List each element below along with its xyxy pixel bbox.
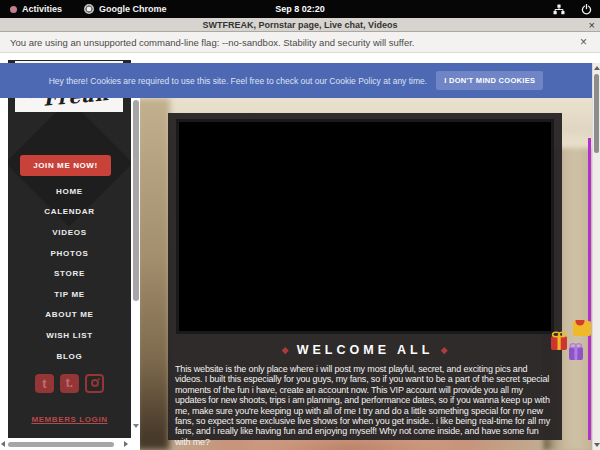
clock[interactable]: Sep 8 02:20 — [0, 0, 600, 18]
video-player[interactable] — [176, 119, 554, 334]
sidebar-horizontal-scrollbar[interactable] — [0, 438, 140, 450]
sidebar: Freak JOIN ME NOW! HOME CALENDAR VIDEOS … — [8, 60, 131, 438]
main-scrollbar-thumb[interactable] — [594, 74, 599, 153]
sidebar-scroll-down-arrow-icon[interactable] — [133, 424, 139, 428]
join-me-now-button[interactable]: JOIN ME NOW! — [20, 155, 111, 176]
sidebar-scroll-left-arrow-icon[interactable] — [1, 441, 5, 447]
system-top-bar: Activities Google Chrome Sep 8 02:20 — [0, 0, 600, 18]
infobar-close-button[interactable]: × — [580, 32, 587, 52]
sidebar-item-home[interactable]: HOME — [8, 181, 131, 202]
window-close-button[interactable]: × — [589, 18, 595, 32]
diamond-bullet-icon — [441, 347, 447, 353]
cookie-message: Hey there! Cookies are required to use t… — [49, 76, 427, 86]
twitter-icon[interactable] — [35, 374, 54, 393]
sidebar-item-about-me[interactable]: ABOUT ME — [8, 305, 131, 326]
sidebar-item-wish-list[interactable]: WISH LIST — [8, 325, 131, 346]
scroll-down-arrow-icon[interactable] — [594, 443, 600, 447]
browser-infobar: You are using an unsupported command-lin… — [0, 32, 600, 53]
instagram-icon[interactable] — [85, 374, 104, 393]
infobar-message: You are using an unsupported command-lin… — [10, 32, 415, 52]
welcome-heading: WELCOME ALL — [297, 343, 434, 357]
sidebar-scroll-right-arrow-icon[interactable] — [124, 441, 128, 447]
window-title: SWTFREAK, Pornstar page, Live chat, Vide… — [0, 18, 600, 32]
diamond-bullet-icon — [282, 347, 288, 353]
main-scrollbar[interactable] — [592, 63, 600, 450]
window-title-bar: SWTFREAK, Pornstar page, Live chat, Vide… — [0, 18, 600, 32]
scroll-up-arrow-icon[interactable] — [594, 66, 600, 70]
power-icon[interactable] — [581, 4, 592, 15]
purple-stripe — [588, 138, 591, 440]
sidebar-item-blog[interactable]: BLOG — [8, 346, 131, 367]
cookie-accept-button[interactable]: I DON'T MIND COOKIES — [436, 71, 543, 90]
social-links — [8, 372, 131, 394]
tumblr-icon[interactable] — [60, 374, 79, 393]
members-login-link[interactable]: MEMBERS LOGIN — [8, 415, 131, 424]
sidebar-horizontal-scrollbar-thumb[interactable] — [8, 442, 114, 448]
browser-viewport: Freak JOIN ME NOW! HOME CALENDAR VIDEOS … — [0, 53, 600, 450]
gift-icon[interactable] — [549, 320, 593, 368]
cookie-consent-bar: Hey there! Cookies are required to use t… — [0, 63, 592, 98]
sidebar-menu: HOME CALENDAR VIDEOS PHOTOS STORE TIP ME… — [8, 181, 131, 366]
sidebar-item-calendar[interactable]: CALENDAR — [8, 202, 131, 223]
screen: Activities Google Chrome Sep 8 02:20 SWT… — [0, 0, 600, 450]
welcome-heading-row: WELCOME ALL — [168, 341, 562, 359]
sidebar-vertical-scrollbar[interactable] — [131, 98, 140, 438]
sidebar-item-videos[interactable]: VIDEOS — [8, 222, 131, 243]
network-icon[interactable] — [553, 4, 565, 15]
welcome-paragraph: This website is the only place where i w… — [175, 364, 551, 447]
sidebar-vertical-scrollbar-thumb[interactable] — [133, 100, 139, 301]
sidebar-item-tip-me[interactable]: TIP ME — [8, 284, 131, 305]
content-panel: WELCOME ALL This website is the only pla… — [168, 113, 562, 440]
sidebar-item-photos[interactable]: PHOTOS — [8, 243, 131, 264]
sidebar-item-store[interactable]: STORE — [8, 263, 131, 284]
